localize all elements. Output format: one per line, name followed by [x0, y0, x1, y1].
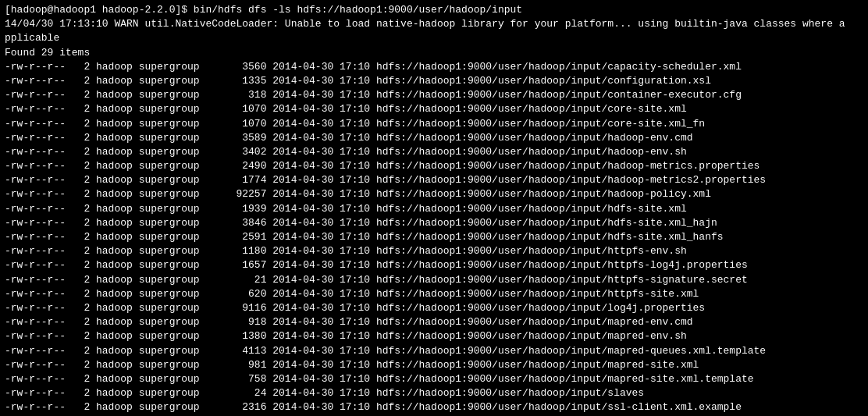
terminal-output: [hadoop@hadoop1 hadoop-2.2.0]$ bin/hdfs …: [5, 3, 863, 416]
terminal-line: -rw-r--r-- 2 hadoop supergroup 3589 2014…: [5, 131, 863, 145]
terminal-line: -rw-r--r-- 2 hadoop supergroup 21 2014-0…: [5, 273, 863, 287]
terminal-line: pplicable: [5, 31, 863, 45]
terminal-line: -rw-r--r-- 2 hadoop supergroup 3846 2014…: [5, 216, 863, 230]
terminal-line: -rw-r--r-- 2 hadoop supergroup 1657 2014…: [5, 258, 863, 272]
terminal-line: -rw-r--r-- 2 hadoop supergroup 1180 2014…: [5, 244, 863, 258]
terminal-line: -rw-r--r-- 2 hadoop supergroup 4113 2014…: [5, 344, 863, 358]
terminal-line: Found 29 items: [5, 46, 863, 60]
terminal-line: -rw-r--r-- 2 hadoop supergroup 620 2014-…: [5, 287, 863, 301]
terminal-line: -rw-r--r-- 2 hadoop supergroup 1380 2014…: [5, 329, 863, 343]
terminal-line: -rw-r--r-- 2 hadoop supergroup 2591 2014…: [5, 230, 863, 244]
terminal-line: -rw-r--r-- 2 hadoop supergroup 92257 201…: [5, 187, 863, 201]
terminal-line: -rw-r--r-- 2 hadoop supergroup 1335 2014…: [5, 74, 863, 88]
terminal-line: -rw-r--r-- 2 hadoop supergroup 758 2014-…: [5, 372, 863, 386]
terminal-line: 14/04/30 17:13:10 WARN util.NativeCodeLo…: [5, 17, 863, 31]
terminal-line: -rw-r--r-- 2 hadoop supergroup 24 2014-0…: [5, 386, 863, 400]
terminal-line: -rw-r--r-- 2 hadoop supergroup 1939 2014…: [5, 202, 863, 216]
terminal-line: -rw-r--r-- 2 hadoop supergroup 318 2014-…: [5, 88, 863, 102]
terminal-line: -rw-r--r-- 2 hadoop supergroup 918 2014-…: [5, 315, 863, 329]
terminal-line: -rw-r--r-- 2 hadoop supergroup 9116 2014…: [5, 301, 863, 315]
terminal-window[interactable]: [hadoop@hadoop1 hadoop-2.2.0]$ bin/hdfs …: [0, 0, 868, 416]
terminal-line: -rw-r--r-- 2 hadoop supergroup 981 2014-…: [5, 358, 863, 372]
terminal-line: [hadoop@hadoop1 hadoop-2.2.0]$ bin/hdfs …: [5, 3, 863, 17]
terminal-line: -rw-r--r-- 2 hadoop supergroup 1774 2014…: [5, 173, 863, 187]
terminal-line: -rw-r--r-- 2 hadoop supergroup 2490 2014…: [5, 159, 863, 173]
terminal-line: -rw-r--r-- 2 hadoop supergroup 1070 2014…: [5, 102, 863, 116]
terminal-line: -rw-r--r-- 2 hadoop supergroup 3560 2014…: [5, 60, 863, 74]
terminal-line: -rw-r--r-- 2 hadoop supergroup 1070 2014…: [5, 117, 863, 131]
terminal-line: -rw-r--r-- 2 hadoop supergroup 2316 2014…: [5, 400, 863, 414]
terminal-line: -rw-r--r-- 2 hadoop supergroup 3402 2014…: [5, 145, 863, 159]
